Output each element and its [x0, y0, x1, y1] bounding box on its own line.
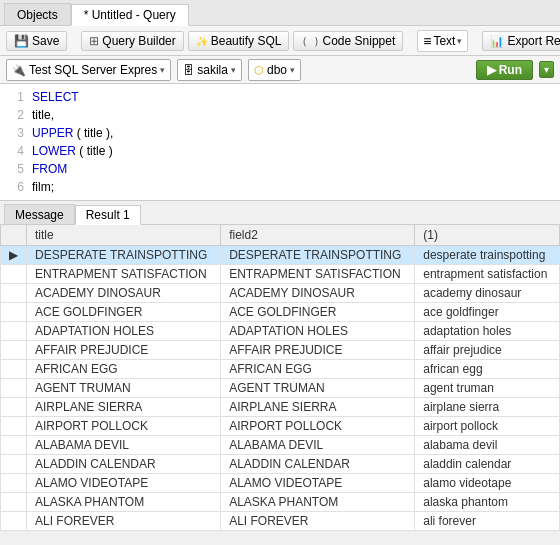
- row-indicator: [1, 341, 27, 360]
- database-icon: [183, 63, 194, 77]
- cell-1-0: ENTRAPMENT SATISFACTION: [27, 265, 221, 284]
- cell-5-0: AFFAIR PREJUDICE: [27, 341, 221, 360]
- row-indicator: [1, 493, 27, 512]
- save-label: Save: [32, 34, 59, 48]
- table-row[interactable]: AGENT TRUMANAGENT TRUMANagent truman: [1, 379, 560, 398]
- sql-code: FROM: [32, 160, 67, 178]
- beautify-button[interactable]: Beautify SQL: [188, 31, 290, 51]
- table-row[interactable]: AFRICAN EGGAFRICAN EGGafrican egg: [1, 360, 560, 379]
- server-label: Test SQL Server Expres: [29, 63, 157, 77]
- cell-6-2: african egg: [415, 360, 560, 379]
- row-indicator: [1, 379, 27, 398]
- export-button[interactable]: Export Result: [482, 31, 560, 51]
- code-snippet-button[interactable]: Code Snippet: [293, 31, 403, 51]
- text-label: Text: [433, 34, 455, 48]
- tab-objects[interactable]: Objects: [4, 3, 71, 25]
- cell-6-1: AFRICAN EGG: [221, 360, 415, 379]
- row-indicator: ▶: [1, 246, 27, 265]
- cell-11-1: ALADDIN CALENDAR: [221, 455, 415, 474]
- cell-13-0: ALASKA PHANTOM: [27, 493, 221, 512]
- save-icon: [14, 34, 29, 48]
- line-number: 1: [4, 88, 32, 106]
- cell-11-2: aladdin calendar: [415, 455, 560, 474]
- row-indicator: [1, 398, 27, 417]
- sql-line: 2 title,: [0, 106, 560, 124]
- cell-6-0: AFRICAN EGG: [27, 360, 221, 379]
- database-label: sakila: [197, 63, 228, 77]
- query-builder-button[interactable]: Query Builder: [81, 31, 183, 51]
- code-snippet-icon: [301, 34, 319, 48]
- cell-9-2: airport pollock: [415, 417, 560, 436]
- beautify-label: Beautify SQL: [211, 34, 282, 48]
- text-dropdown[interactable]: Text ▾: [417, 30, 468, 52]
- cell-13-2: alaska phantom: [415, 493, 560, 512]
- run-button[interactable]: Run: [476, 60, 533, 80]
- table-row[interactable]: ALAMO VIDEOTAPEALAMO VIDEOTAPEalamo vide…: [1, 474, 560, 493]
- code-snippet-label: Code Snippet: [323, 34, 396, 48]
- tab-result1[interactable]: Result 1: [75, 205, 141, 225]
- server-arrow-icon: ▾: [160, 65, 165, 75]
- sql-line: 4 LOWER ( title ): [0, 142, 560, 160]
- row-indicator: [1, 455, 27, 474]
- sql-line: 1SELECT: [0, 88, 560, 106]
- cell-8-2: airplane sierra: [415, 398, 560, 417]
- column-header-0[interactable]: title: [27, 225, 221, 246]
- cell-11-0: ALADDIN CALENDAR: [27, 455, 221, 474]
- table-row[interactable]: ADAPTATION HOLESADAPTATION HOLESadaptati…: [1, 322, 560, 341]
- column-header-1[interactable]: field2: [221, 225, 415, 246]
- sql-code: UPPER ( title ),: [32, 124, 113, 142]
- tab-message[interactable]: Message: [4, 204, 75, 224]
- table-row[interactable]: ALABAMA DEVILALABAMA DEVILalabama devil: [1, 436, 560, 455]
- export-icon: [490, 34, 504, 48]
- cell-5-1: AFFAIR PREJUDICE: [221, 341, 415, 360]
- row-indicator: [1, 265, 27, 284]
- run-icon: [487, 63, 496, 77]
- table-row[interactable]: ALADDIN CALENDARALADDIN CALENDARaladdin …: [1, 455, 560, 474]
- tab-query[interactable]: * Untitled - Query: [71, 4, 189, 26]
- table-row[interactable]: ▶DESPERATE TRAINSPOTTINGDESPERATE TRAINS…: [1, 246, 560, 265]
- cell-12-0: ALAMO VIDEOTAPE: [27, 474, 221, 493]
- cell-4-0: ADAPTATION HOLES: [27, 322, 221, 341]
- cell-4-2: adaptation holes: [415, 322, 560, 341]
- cell-2-1: ACADEMY DINOSAUR: [221, 284, 415, 303]
- line-number: 2: [4, 106, 32, 124]
- table-row[interactable]: ALI FOREVERALI FOREVERali forever: [1, 512, 560, 531]
- table-row[interactable]: AIRPLANE SIERRAAIRPLANE SIERRAairplane s…: [1, 398, 560, 417]
- run-dropdown[interactable]: ▾: [539, 61, 554, 78]
- sql-code: film;: [32, 178, 54, 196]
- cell-12-2: alamo videotape: [415, 474, 560, 493]
- line-number: 6: [4, 178, 32, 196]
- line-number: 3: [4, 124, 32, 142]
- database-select[interactable]: sakila ▾: [177, 59, 242, 81]
- save-button[interactable]: Save: [6, 31, 67, 51]
- schema-arrow-icon: ▾: [290, 65, 295, 75]
- tab-bar: Objects * Untitled - Query: [0, 0, 560, 26]
- cell-7-2: agent truman: [415, 379, 560, 398]
- cell-14-0: ALI FOREVER: [27, 512, 221, 531]
- table-row[interactable]: ALASKA PHANTOMALASKA PHANTOMalaska phant…: [1, 493, 560, 512]
- sql-line: 6 film;: [0, 178, 560, 196]
- sql-line: 3 UPPER ( title ),: [0, 124, 560, 142]
- cell-14-2: ali forever: [415, 512, 560, 531]
- cell-8-1: AIRPLANE SIERRA: [221, 398, 415, 417]
- run-label: Run: [499, 63, 522, 77]
- sql-editor[interactable]: 1SELECT2 title,3 UPPER ( title ),4 LOWER…: [0, 84, 560, 201]
- grid-container: titlefield2(1) ▶DESPERATE TRAINSPOTTINGD…: [0, 225, 560, 545]
- table-row[interactable]: ACE GOLDFINGERACE GOLDFINGERace goldfing…: [1, 303, 560, 322]
- cell-3-0: ACE GOLDFINGER: [27, 303, 221, 322]
- schema-icon: [254, 63, 264, 77]
- table-row[interactable]: ENTRAPMENT SATISFACTIONENTRAPMENT SATISF…: [1, 265, 560, 284]
- row-indicator: [1, 360, 27, 379]
- table-row[interactable]: ACADEMY DINOSAURACADEMY DINOSAURacademy …: [1, 284, 560, 303]
- table-row[interactable]: AFFAIR PREJUDICEAFFAIR PREJUDICEaffair p…: [1, 341, 560, 360]
- text-arrow-icon: ▾: [457, 36, 462, 46]
- table-row[interactable]: AIRPORT POLLOCKAIRPORT POLLOCKairport po…: [1, 417, 560, 436]
- schema-select[interactable]: dbo ▾: [248, 59, 301, 81]
- column-header-2[interactable]: (1): [415, 225, 560, 246]
- cell-10-2: alabama devil: [415, 436, 560, 455]
- beautify-icon: [196, 34, 208, 48]
- cell-9-0: AIRPORT POLLOCK: [27, 417, 221, 436]
- connection-bar: Test SQL Server Expres ▾ sakila ▾ dbo ▾ …: [0, 56, 560, 84]
- cell-0-1: DESPERATE TRAINSPOTTING: [221, 246, 415, 265]
- server-select[interactable]: Test SQL Server Expres ▾: [6, 59, 171, 81]
